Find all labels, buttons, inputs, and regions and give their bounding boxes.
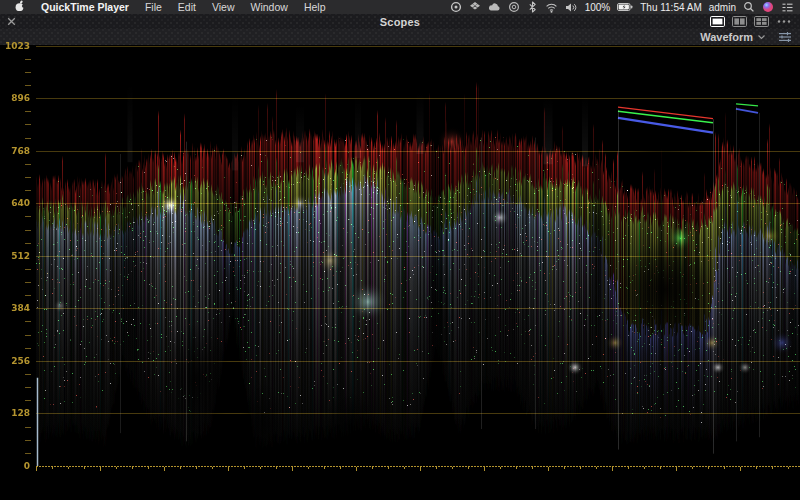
scope-type-dropdown[interactable]: Waveform [700,31,766,43]
axis-label-768: 768 [2,146,30,156]
disc-icon[interactable] [508,1,520,13]
menu-status-area: 100%Thu 11:54 AMadmin [450,1,794,13]
axis-label-128: 128 [2,408,30,418]
window-title-bar: Scopes [0,14,800,29]
app-box-icon[interactable] [469,1,481,13]
menu-window[interactable]: Window [243,0,296,14]
axis-label-640: 640 [2,198,30,208]
window-title: Scopes [0,16,800,28]
search-icon[interactable] [743,1,755,13]
layout-single-button[interactable] [710,16,725,27]
bluetooth-icon[interactable] [527,1,538,13]
menu-view[interactable]: View [204,0,243,14]
layout-quad-button[interactable] [754,16,769,27]
volume-icon[interactable] [565,2,578,13]
menu-bar: QuickTime PlayerFileEditViewWindowHelp 1… [0,0,800,14]
axis-label-0: 0 [2,461,30,471]
more-options-button[interactable] [776,16,792,27]
axis-label-384: 384 [2,303,30,313]
layout-dual-button[interactable] [732,16,747,27]
apple-icon [14,0,25,12]
scope-toolbar: Waveform [0,29,800,45]
screen: QuickTime PlayerFileEditViewWindowHelp 1… [0,0,800,500]
axis-label-512: 512 [2,251,30,261]
battery-percent[interactable]: 100% [585,2,611,13]
menu-edit[interactable]: Edit [170,0,204,14]
menu-items: QuickTime PlayerFileEditViewWindowHelp [6,0,334,15]
axis-label-1023: 1023 [2,41,30,51]
wifi-icon[interactable] [545,2,558,13]
scope-settings-icon[interactable] [778,31,792,43]
waveform-scope: 10238967686405123842561280 [0,45,800,500]
cloud-icon[interactable] [488,1,501,13]
chevron-down-icon [757,33,766,41]
clock[interactable]: Thu 11:54 AM [640,2,702,13]
siri-icon[interactable] [762,1,774,13]
menu-help[interactable]: Help [296,0,334,14]
notification-center-icon[interactable] [781,2,794,13]
axis-label-896: 896 [2,93,30,103]
battery-icon[interactable] [617,2,633,12]
layout-buttons [710,16,792,27]
scope-type-label: Waveform [700,31,753,43]
user-menu[interactable]: admin [709,2,736,13]
close-icon[interactable] [7,17,16,26]
menu-file[interactable]: File [137,0,170,14]
apple-menu[interactable] [6,0,33,15]
app-menu[interactable]: QuickTime Player [33,0,137,14]
waveform-canvas [0,45,800,500]
record-icon[interactable] [450,1,462,13]
axis-label-256: 256 [2,356,30,366]
